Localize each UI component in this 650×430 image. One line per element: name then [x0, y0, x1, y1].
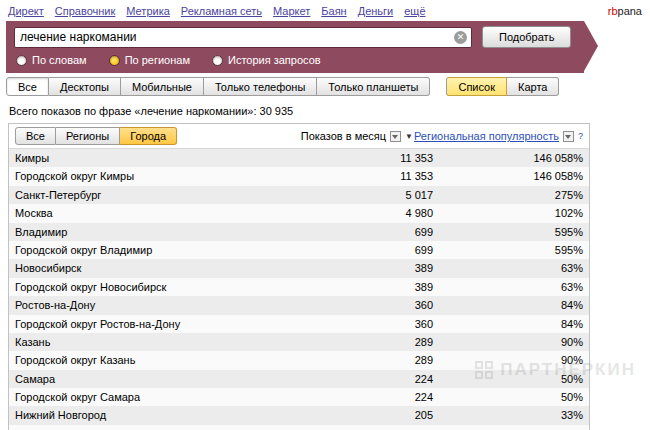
- search-input[interactable]: [14, 27, 472, 48]
- shows-value: 11 353: [315, 167, 433, 185]
- device-tab-all[interactable]: Все: [6, 77, 49, 96]
- mode-label: По регионам: [125, 54, 190, 66]
- popularity-value: 90%: [433, 351, 583, 369]
- device-tab-desktop[interactable]: Десктопы: [49, 77, 121, 96]
- column-header-popularity-link[interactable]: Региональная популярность: [414, 130, 559, 142]
- shows-value: 699: [315, 241, 433, 259]
- device-tabs: Все Десктопы Мобильные Только телефоны Т…: [6, 77, 430, 96]
- table-row: Городской округ Самара22450%: [9, 388, 589, 406]
- table-row: Городской округ Ростов-на-Дону36084%: [9, 315, 589, 333]
- device-tab-tablets-only[interactable]: Только планшеты: [317, 77, 430, 96]
- scope-tab-cities[interactable]: Города: [120, 127, 177, 145]
- nav-link-metrika[interactable]: Метрика: [126, 5, 170, 17]
- radio-dot-icon: [16, 55, 27, 66]
- region-name: Городской округ Ростов-на-Дону: [15, 315, 315, 333]
- table-row: Москва4 980102%: [9, 204, 589, 222]
- table-row: Казань28990%: [9, 333, 589, 351]
- filter-icon[interactable]: [563, 131, 574, 142]
- region-name: Казань: [15, 333, 315, 351]
- clear-input-icon[interactable]: [454, 31, 467, 44]
- region-name: Городской округ Кимры: [15, 167, 315, 185]
- popularity-value: 84%: [433, 315, 583, 333]
- view-tab-map[interactable]: Карта: [507, 77, 559, 96]
- column-header-shows-label: Показов в месяц: [301, 130, 386, 142]
- submit-button[interactable]: Подобрать: [482, 26, 571, 48]
- table-row: Городской округ Кимры11 353146 058%: [9, 167, 589, 185]
- mode-label: История запросов: [228, 54, 321, 66]
- popularity-value: 63%: [433, 259, 583, 277]
- sort-desc-icon[interactable]: [405, 132, 413, 141]
- search-panel: Подобрать По словам По регионам История …: [6, 21, 584, 73]
- popularity-value: 102%: [433, 204, 583, 222]
- region-name: Городской округ Самара: [15, 388, 315, 406]
- nav-link-direct[interactable]: Директ: [8, 5, 44, 17]
- region-name: Городской округ Владимир: [15, 241, 315, 259]
- nav-link-more[interactable]: ещё: [404, 5, 425, 17]
- mode-radio-by-regions[interactable]: По регионам: [109, 54, 190, 66]
- shows-value: 205: [315, 425, 433, 430]
- region-name: Самара: [15, 370, 315, 388]
- mode-radio-by-words[interactable]: По словам: [16, 54, 87, 66]
- region-name: Ростов-на-Дону: [15, 296, 315, 314]
- scope-tab-regions[interactable]: Регионы: [56, 127, 120, 145]
- popularity-value: 50%: [433, 370, 583, 388]
- top-nav: Директ Справочник Метрика Рекламная сеть…: [0, 0, 650, 21]
- table-row: Городской округ Владимир699595%: [9, 241, 589, 259]
- popularity-value: 50%: [433, 388, 583, 406]
- view-tab-list[interactable]: Список: [446, 77, 507, 96]
- username-rest: pana: [618, 5, 642, 17]
- popularity-value: 146 058%: [433, 167, 583, 185]
- filter-tabs-row: Все Десктопы Мобильные Только телефоны Т…: [6, 77, 650, 96]
- mode-radio-history[interactable]: История запросов: [212, 54, 321, 66]
- results-table: Все Регионы Города Показов в месяц Регио…: [8, 123, 590, 430]
- radio-dot-icon: [212, 55, 223, 66]
- region-name: Городской округ Нижний Новгород: [15, 425, 315, 430]
- shows-value: 360: [315, 315, 433, 333]
- popularity-value: 33%: [433, 406, 583, 424]
- region-name: Владимир: [15, 223, 315, 241]
- view-tabs: Список Карта: [446, 77, 559, 96]
- radio-dot-icon: [109, 55, 120, 66]
- popularity-value: 84%: [433, 296, 583, 314]
- shows-value: 289: [315, 351, 433, 369]
- table-row: Владимир699595%: [9, 223, 589, 241]
- nav-link-ad-network[interactable]: Рекламная сеть: [181, 5, 262, 17]
- region-name: Кимры: [15, 149, 315, 167]
- shows-value: 11 353: [315, 149, 433, 167]
- table-row: Городской округ Казань28990%: [9, 351, 589, 369]
- table-row: Ростов-на-Дону36084%: [9, 296, 589, 314]
- table-row: Самара22450%: [9, 370, 589, 388]
- device-tab-phones-only[interactable]: Только телефоны: [204, 77, 317, 96]
- total-shows-summary: Всего показов по фразе «лечение наркоман…: [9, 105, 650, 117]
- column-header-shows[interactable]: Показов в месяц: [301, 130, 413, 142]
- popularity-value: 146 058%: [433, 149, 583, 167]
- scope-tab-all[interactable]: Все: [15, 127, 56, 145]
- shows-value: 4 980: [315, 204, 433, 222]
- popularity-value: 90%: [433, 333, 583, 351]
- popularity-value: 595%: [433, 241, 583, 259]
- table-row: Санкт-Петербург5 017275%: [9, 186, 589, 204]
- shows-value: 360: [315, 296, 433, 314]
- popularity-value: 275%: [433, 186, 583, 204]
- nav-link-spravochnik[interactable]: Справочник: [55, 5, 116, 17]
- popularity-value: 33%: [433, 425, 583, 430]
- table-row: Кимры11 353146 058%: [9, 149, 589, 167]
- table-row: Нижний Новгород20533%: [9, 406, 589, 424]
- shows-value: 224: [315, 388, 433, 406]
- column-header-popularity: Региональная популярность: [414, 130, 583, 142]
- filter-icon[interactable]: [390, 131, 401, 142]
- popularity-value: 63%: [433, 278, 583, 296]
- shows-value: 5 017: [315, 186, 433, 204]
- results-table-header: Все Регионы Города Показов в месяц Регио…: [9, 124, 589, 149]
- nav-link-money[interactable]: Деньги: [358, 5, 394, 17]
- nav-link-market[interactable]: Маркет: [273, 5, 310, 17]
- region-name: Москва: [15, 204, 315, 222]
- table-row: Новосибирск38963%: [9, 259, 589, 277]
- shows-value: 389: [315, 278, 433, 296]
- help-icon[interactable]: [578, 131, 583, 141]
- device-tab-mobile[interactable]: Мобильные: [121, 77, 204, 96]
- nav-link-bayan[interactable]: Баян: [321, 5, 346, 17]
- table-row: Городской округ Нижний Новгород20533%: [9, 425, 589, 430]
- region-name: Городской округ Новосибирск: [15, 278, 315, 296]
- table-row: Городской округ Новосибирск38963%: [9, 278, 589, 296]
